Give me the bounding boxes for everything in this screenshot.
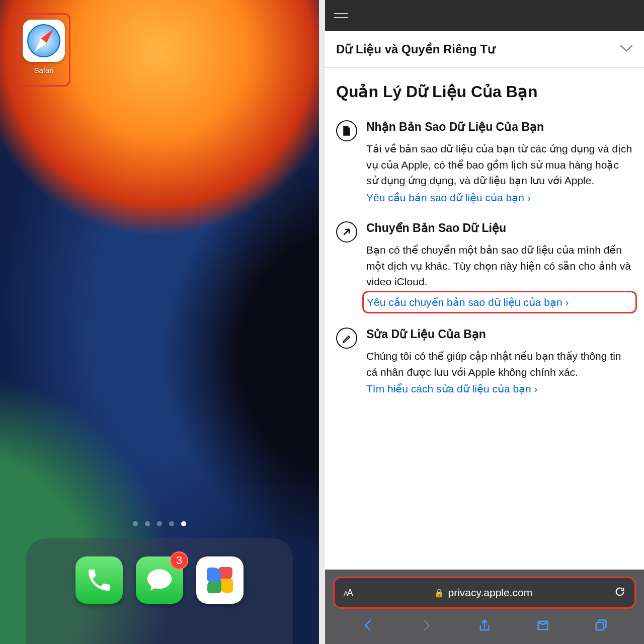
photos-app-icon[interactable] [196,556,244,604]
safari-app-highlight-box: Safari [17,13,70,87]
url-bar-highlight-box: AA 🔒 privacy.apple.com [333,577,636,609]
arrow-out-icon [336,221,357,243]
ios-home-screen-panel: Safari 3 [0,0,322,644]
section-body: Tải về bản sao dữ liệu của bạn từ các ứn… [366,141,633,189]
svg-rect-0 [596,622,604,630]
learn-correct-link[interactable]: Tìm hiểu cách sửa dữ liệu của bạn › [366,381,538,397]
url-text: privacy.apple.com [448,587,533,599]
url-display[interactable]: 🔒 privacy.apple.com [359,587,607,599]
dock: 3 [26,538,293,644]
refresh-button[interactable] [614,586,625,599]
forward-button[interactable] [418,618,434,634]
section-get-copy: Nhận Bản Sao Dữ Liệu Của Bạn Tải về bản … [336,115,633,216]
dropdown-title: Dữ Liệu và Quyền Riêng Tư [336,42,495,56]
safari-app-icon[interactable] [23,20,65,62]
page-content: Quản Lý Dữ Liệu Của Bạn Nhận Bản Sao Dữ … [325,68,644,570]
page-indicator[interactable] [0,521,319,526]
safari-browser-panel: Dữ Liệu và Quyền Riêng Tư Quản Lý Dữ Liệ… [322,0,644,644]
section-title: Chuyển Bản Sao Dữ Liệu [366,221,633,242]
transfer-link-highlight-box: Yêu cầu chuyển bản sao dữ liệu của bạn › [362,291,637,314]
page-dropdown[interactable]: Dữ Liệu và Quyền Riêng Tư [325,31,644,68]
pencil-icon [336,328,357,349]
pinwheel-icon [204,565,235,596]
chevron-down-icon [620,45,633,54]
section-transfer: Chuyển Bản Sao Dữ Liệu Bạn có thể chuyển… [336,216,633,323]
section-title: Sửa Dữ Liệu Của Bạn [366,328,633,348]
compass-icon [27,24,60,57]
section-title: Nhận Bản Sao Dữ Liệu Của Bạn [366,120,633,141]
phone-icon [85,566,113,594]
safari-bottom-area: AA 🔒 privacy.apple.com [325,570,644,644]
message-bubble-icon [145,566,174,595]
url-bar[interactable]: AA 🔒 privacy.apple.com [335,578,634,607]
messages-app-icon[interactable]: 3 [136,556,183,604]
home-wallpaper: Safari 3 [0,0,319,644]
section-body: Chúng tôi có thể giúp cập nhật nếu bạn t… [366,348,633,380]
section-body: Bạn có thể chuyển một bản sao dữ liệu củ… [366,242,633,290]
safari-toolbar [333,609,636,644]
request-copy-link[interactable]: Yêu cầu bản sao dữ liệu của bạn › [366,190,531,206]
phone-app-icon[interactable] [75,556,123,604]
back-button[interactable] [360,618,376,634]
messages-badge: 3 [170,551,188,570]
request-transfer-link[interactable]: Yêu cầu chuyển bản sao dữ liệu của bạn › [367,294,569,310]
reader-aa-icon[interactable]: AA [344,588,352,598]
apple-nav-bar [325,0,644,31]
lock-icon: 🔒 [434,588,444,598]
page-heading: Quản Lý Dữ Liệu Của Bạn [336,68,633,115]
section-correct: Sửa Dữ Liệu Của Bạn Chúng tôi có thể giú… [336,323,633,408]
menu-icon[interactable] [334,13,348,18]
safari-app-label: Safari [34,66,53,74]
bookmarks-button[interactable] [535,618,551,634]
document-icon [336,120,357,141]
share-button[interactable] [476,618,493,634]
tabs-button[interactable] [593,618,609,634]
